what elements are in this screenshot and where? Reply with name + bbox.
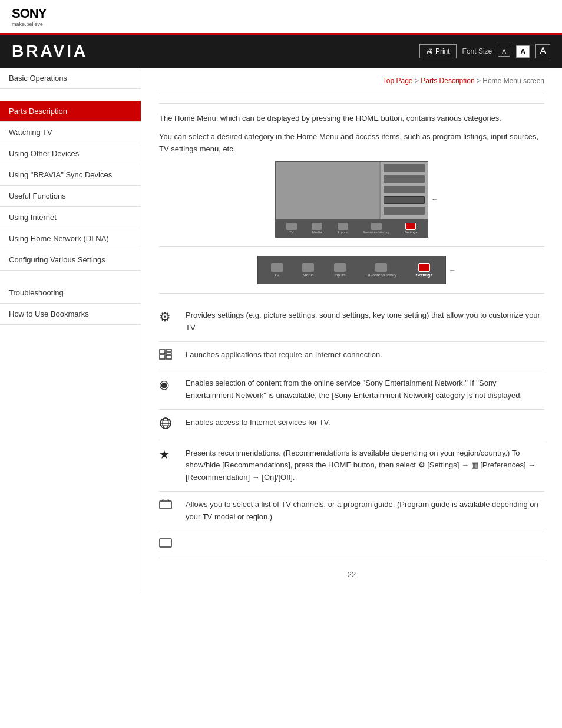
sony-network-desc: Enables selection of content from the on… <box>186 377 544 402</box>
sony-logo: SONY <box>12 6 46 21</box>
settings-desc: Provides settings (e.g. picture settings… <box>186 309 544 334</box>
breadcrumb-sep2: > <box>477 77 482 85</box>
description-1: The Home Menu, which can be displayed by… <box>159 113 544 125</box>
breadcrumb-current: Home Menu screen <box>482 77 544 85</box>
sidebar-item-configuring-settings[interactable]: Configuring Various Settings <box>0 249 141 271</box>
internet-apps-icon <box>159 349 177 363</box>
internet-services-icon <box>159 417 177 433</box>
sony-logo-area: SONY make.believe <box>12 6 46 27</box>
feature-internet-apps: Launches applications that require an In… <box>159 342 544 370</box>
internet-apps-desc: Launches applications that require an In… <box>186 349 544 361</box>
tv-channels-desc: Allows you to select a list of TV channe… <box>186 499 544 523</box>
svg-rect-2 <box>166 353 171 354</box>
feature-internet-services: Enables access to Internet services for … <box>159 410 544 440</box>
sidebar-item-using-bravia-sync[interactable]: Using "BRAVIA" Sync Devices <box>0 164 141 186</box>
page-number: 22 <box>159 570 544 579</box>
font-large-button[interactable]: A <box>535 44 550 58</box>
print-button[interactable]: 🖨 Print <box>419 44 457 58</box>
divider-1 <box>159 103 544 104</box>
sidebar-item-bookmarks[interactable]: How to Use Bookmarks <box>0 304 141 325</box>
sidebar: Basic Operations Parts Description Watch… <box>0 68 141 594</box>
sidebar-item-using-other-devices[interactable]: Using Other Devices <box>0 143 141 164</box>
header: SONY make.believe <box>0 0 562 35</box>
feature-recommendations: ★ Presents recommendations. (Recommendat… <box>159 440 544 492</box>
font-medium-button[interactable]: A <box>516 45 530 58</box>
content-area: Top Page > Parts Description > Home Menu… <box>141 68 562 594</box>
settings-icon: ⚙ <box>159 309 177 325</box>
feature-sony-network: ◉ Enables selection of content from the … <box>159 370 544 410</box>
sidebar-item-parts-description[interactable]: Parts Description <box>0 101 141 122</box>
breadcrumb: Top Page > Parts Description > Home Menu… <box>159 77 544 85</box>
banner-controls: 🖨 Print Font Size A A A <box>419 44 550 58</box>
sidebar-item-watching-tv[interactable]: Watching TV <box>0 122 141 143</box>
feature-inputs <box>159 531 544 558</box>
feature-settings: ⚙ Provides settings (e.g. picture settin… <box>159 302 544 342</box>
recommendations-desc: Presents recommendations. (Recommendatio… <box>186 447 544 484</box>
svg-rect-1 <box>166 350 171 351</box>
svg-rect-10 <box>160 501 171 509</box>
breadcrumb-sep1: > <box>415 77 421 85</box>
divider-2 <box>159 246 544 247</box>
sony-network-icon: ◉ <box>159 377 177 391</box>
feature-tv-channels: Allows you to select a list of TV channe… <box>159 492 544 531</box>
divider-top <box>159 94 544 94</box>
sidebar-item-basic-operations[interactable]: Basic Operations <box>0 68 141 89</box>
sidebar-item-using-internet[interactable]: Using Internet <box>0 207 141 228</box>
tv-channels-icon <box>159 499 177 512</box>
main-layout: Basic Operations Parts Description Watch… <box>0 68 562 594</box>
sidebar-item-using-home-network[interactable]: Using Home Network (DLNA) <box>0 228 141 249</box>
inputs-icon <box>159 538 177 551</box>
svg-rect-4 <box>166 355 171 359</box>
sidebar-item-useful-functions[interactable]: Useful Functions <box>0 186 141 207</box>
breadcrumb-top-page[interactable]: Top Page <box>383 77 413 85</box>
svg-rect-3 <box>160 355 165 359</box>
home-menu-screenshot: TV Media Inputs Favorites/History <box>275 161 428 238</box>
bravia-title: BRAVIA <box>12 42 88 61</box>
font-size-label: Font Size <box>462 47 492 55</box>
description-2: You can select a desired category in the… <box>159 131 544 156</box>
breadcrumb-parts-description[interactable]: Parts Description <box>421 77 474 85</box>
sidebar-item-troubleshooting[interactable]: Troubleshooting <box>0 282 141 304</box>
divider-3 <box>159 293 544 294</box>
recommendations-icon: ★ <box>159 447 177 462</box>
print-icon: 🖨 <box>426 47 433 55</box>
svg-rect-0 <box>160 350 165 354</box>
svg-rect-13 <box>160 539 171 547</box>
font-small-button[interactable]: A <box>498 47 510 57</box>
bravia-banner: BRAVIA 🖨 Print Font Size A A A <box>0 35 562 68</box>
zoomed-menu-bar: TV Media Inputs Favorites/History Settin… <box>159 256 544 284</box>
sony-tagline: make.believe <box>12 21 46 27</box>
internet-services-desc: Enables access to Internet services for … <box>186 417 544 429</box>
print-label: Print <box>435 47 450 55</box>
